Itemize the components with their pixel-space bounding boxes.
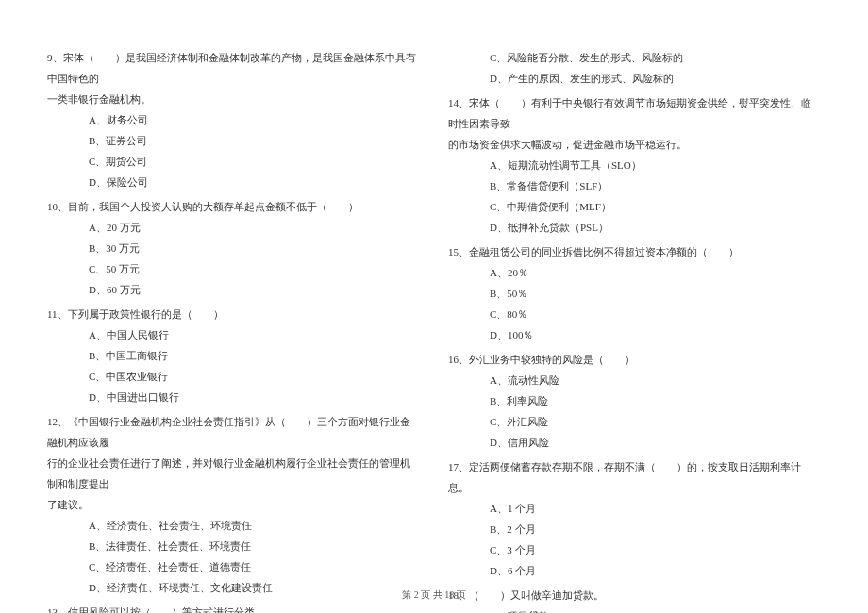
- q17-option-c: C、3 个月: [448, 539, 821, 560]
- q17-option-b: B、2 个月: [448, 519, 821, 539]
- q12-option-c: C、经济责任、社会责任、道德责任: [47, 556, 420, 577]
- question-9: 9、宋体（ ）是我国经济体制和金融体制改革的产物，是我国金融体系中具有中国特色的…: [47, 47, 420, 192]
- q14-option-c: C、中期借贷便利（MLF）: [448, 196, 821, 217]
- q14-stem: 14、宋体（ ）有利于中央银行有效调节市场短期资金供给，熨平突发性、临时性因素导…: [448, 92, 821, 134]
- question-11: 11、下列属于政策性银行的是（ ） A、中国人民银行 B、中国工商银行 C、中国…: [47, 304, 420, 407]
- left-column: 9、宋体（ ）是我国经济体制和金融体制改革的产物，是我国金融体系中具有中国特色的…: [47, 47, 420, 575]
- question-14: 14、宋体（ ）有利于中央银行有效调节市场短期资金供给，熨平突发性、临时性因素导…: [448, 92, 821, 238]
- question-13-continued: C、风险能否分散、发生的形式、风险标的 D、产生的原因、发生的形式、风险标的: [448, 47, 821, 89]
- two-column-layout: 9、宋体（ ）是我国经济体制和金融体制改革的产物，是我国金融体系中具有中国特色的…: [47, 47, 821, 575]
- q15-option-a: A、20％: [448, 262, 821, 283]
- q11-stem: 11、下列属于政策性银行的是（ ）: [47, 304, 420, 324]
- q12-option-b: B、法律责任、社会责任、环境责任: [47, 536, 420, 556]
- q16-option-c: C、外汇风险: [448, 411, 821, 432]
- q12-option-a: A、经济责任、社会责任、环境责任: [47, 515, 420, 536]
- q14-option-a: A、短期流动性调节工具（SLO）: [448, 155, 821, 175]
- q14-stem-line2: 的市场资金供求大幅波动，促进金融市场平稳运行。: [448, 134, 821, 155]
- page-footer: 第 2 页 共 18 页: [0, 588, 868, 602]
- question-12: 12、《中国银行业金融机构企业社会责任指引》从（ ）三个方面对银行业金融机构应该…: [47, 411, 420, 598]
- q15-option-c: C、80％: [448, 304, 821, 324]
- q15-stem: 15、金融租赁公司的同业拆借比例不得超过资本净额的（ ）: [448, 241, 821, 262]
- q14-option-d: D、抵押补充贷款（PSL）: [448, 217, 821, 238]
- question-13: 13、信用风险可以按（ ）等方式进行分类。 A、风险能否分散、发生的形式、风险特…: [47, 602, 420, 613]
- q14-option-b: B、常备借贷便利（SLF）: [448, 175, 821, 196]
- q10-option-b: B、30 万元: [47, 238, 420, 258]
- q15-option-b: B、50％: [448, 283, 821, 304]
- q10-option-c: C、50 万元: [47, 258, 420, 279]
- q16-option-b: B、利率风险: [448, 390, 821, 411]
- question-10: 10、目前，我国个人投资人认购的大额存单起点金额不低于（ ） A、20 万元 B…: [47, 196, 420, 300]
- q11-option-d: D、中国进出口银行: [47, 387, 420, 407]
- q17-option-a: A、1 个月: [448, 498, 821, 519]
- q9-stem-line2: 一类非银行金融机构。: [47, 89, 420, 109]
- q16-option-d: D、信用风险: [448, 432, 821, 453]
- q11-option-c: C、中国农业银行: [47, 366, 420, 387]
- question-17: 17、定活两便储蓄存款存期不限，存期不满（ ）的，按支取日活期利率计息。 A、1…: [448, 456, 821, 581]
- q17-stem: 17、定活两便储蓄存款存期不限，存期不满（ ）的，按支取日活期利率计息。: [448, 456, 821, 498]
- q13-option-c: C、风险能否分散、发生的形式、风险标的: [448, 47, 821, 68]
- q12-stem-line2: 行的企业社会责任进行了阐述，并对银行业金融机构履行企业社会责任的管理机制和制度提…: [47, 453, 420, 494]
- q18-option-a: A、项目贷款: [448, 605, 821, 613]
- q9-stem: 9、宋体（ ）是我国经济体制和金融体制改革的产物，是我国金融体系中具有中国特色的: [47, 47, 420, 89]
- q17-option-d: D、6 个月: [448, 560, 821, 581]
- q16-stem: 16、外汇业务中较独特的风险是（ ）: [448, 349, 821, 370]
- q10-stem: 10、目前，我国个人投资人认购的大额存单起点金额不低于（ ）: [47, 196, 420, 217]
- question-15: 15、金融租赁公司的同业拆借比例不得超过资本净额的（ ） A、20％ B、50％…: [448, 241, 821, 345]
- q11-option-b: B、中国工商银行: [47, 345, 420, 366]
- q9-option-a: A、财务公司: [47, 109, 420, 130]
- q16-option-a: A、流动性风险: [448, 370, 821, 390]
- q13-stem: 13、信用风险可以按（ ）等方式进行分类。: [47, 602, 420, 613]
- q9-option-c: C、期货公司: [47, 151, 420, 172]
- q15-option-d: D、100％: [448, 324, 821, 345]
- q12-stem-line3: 了建议。: [47, 494, 420, 515]
- right-column: C、风险能否分散、发生的形式、风险标的 D、产生的原因、发生的形式、风险标的 1…: [448, 47, 821, 575]
- q9-option-d: D、保险公司: [47, 172, 420, 192]
- q11-option-a: A、中国人民银行: [47, 324, 420, 345]
- q10-option-d: D、60 万元: [47, 279, 420, 300]
- q9-option-b: B、证券公司: [47, 130, 420, 151]
- question-16: 16、外汇业务中较独特的风险是（ ） A、流动性风险 B、利率风险 C、外汇风险…: [448, 349, 821, 453]
- q10-option-a: A、20 万元: [47, 217, 420, 238]
- q12-stem: 12、《中国银行业金融机构企业社会责任指引》从（ ）三个方面对银行业金融机构应该…: [47, 411, 420, 453]
- q13-option-d: D、产生的原因、发生的形式、风险标的: [448, 68, 821, 89]
